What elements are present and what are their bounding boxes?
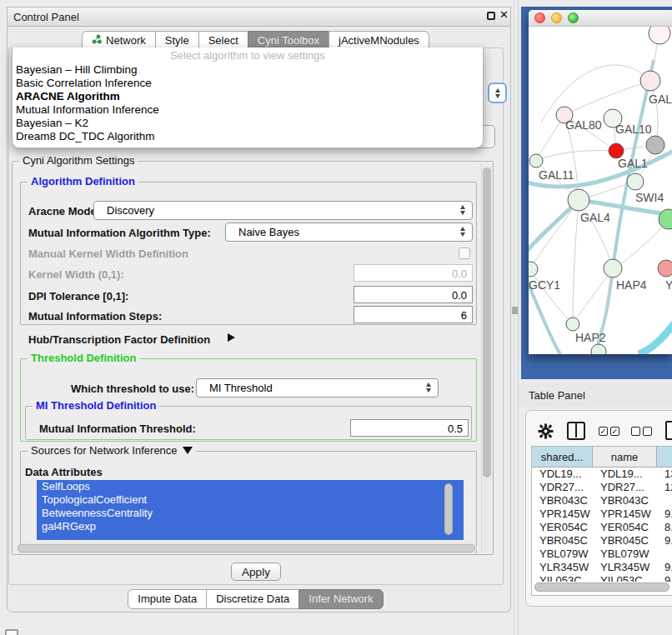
network-edge[interactable] [564, 81, 650, 115]
network-view-titlebar[interactable] [529, 10, 672, 27]
column-header-partial[interactable]: A [657, 447, 672, 467]
algorithm-list-item[interactable]: Dream8 DC_TDC Algorithm [13, 130, 483, 143]
network-node-hap2[interactable] [566, 318, 579, 331]
node-label: SWI4 [635, 191, 664, 204]
tab-discretize-data[interactable]: Discretize Data [206, 589, 299, 609]
network-node[interactable] [649, 27, 670, 44]
attribute-list-item[interactable] [37, 533, 464, 540]
mi-steps-label: Mutual Information Steps: [28, 310, 162, 322]
table-cell: YDR27... [532, 481, 593, 494]
table-row[interactable]: YBR045CYBR045C9. [532, 534, 672, 548]
table-cell: YBR043C [532, 494, 593, 508]
attribute-list-item[interactable]: gal4RGexp [37, 520, 464, 533]
stepper-up-icon [495, 88, 500, 92]
table-row[interactable]: YER054CYER054C8. [532, 521, 672, 534]
network-edge[interactable] [573, 200, 579, 324]
table-header-row: shared... name A [532, 447, 672, 468]
network-edge[interactable] [530, 269, 573, 324]
network-node-hap4[interactable] [604, 259, 622, 278]
float-window-icon[interactable] [487, 12, 495, 20]
minimize-traffic-light-icon[interactable] [551, 12, 562, 23]
mutual-information-threshold-field[interactable]: 0.5 [350, 419, 469, 437]
sources-group-title[interactable]: Sources for Network Inference [28, 444, 196, 457]
algorithm-dropdown-popup: Select algorithm to view settings Bayesi… [12, 48, 484, 148]
network-graph-icon [92, 34, 102, 47]
network-node-gal4[interactable] [568, 189, 589, 211]
select-all-columns-icon[interactable]: ✓✓ [599, 427, 619, 436]
column-header-name[interactable]: name [593, 447, 657, 467]
network-node-gcy1[interactable] [529, 262, 538, 277]
tab-impute-data-label: Impute Data [138, 592, 197, 605]
table-row[interactable]: YBL079WYBL079W [532, 548, 672, 561]
algorithm-list-item[interactable]: Bayesian – Hill Climbing [13, 63, 483, 77]
manual-kernel-width-checkbox[interactable] [459, 248, 470, 259]
network-edge[interactable] [530, 200, 579, 269]
table-row[interactable]: YDR27...YDR27...12 [532, 481, 672, 494]
table-row[interactable]: YBR043CYBR043C [532, 494, 672, 508]
table-cell: 8. [657, 521, 672, 534]
table-row[interactable]: YPR145WYPR145W9. [532, 508, 672, 521]
apply-button[interactable]: Apply [231, 562, 281, 581]
split-columns-icon[interactable] [567, 422, 585, 440]
tab-impute-data[interactable]: Impute Data [128, 589, 207, 609]
mi-algorithm-type-combobox[interactable]: Naive Bayes [225, 222, 473, 242]
hub-definition-expander-label[interactable]: Hub/Transcription Factor Definition [28, 333, 210, 346]
close-icon[interactable]: ✕ [499, 8, 509, 21]
table-row[interactable]: YIL053CYIL053C9. [532, 574, 672, 582]
dpi-tolerance-field[interactable]: 0.0 [354, 286, 473, 303]
network-node-gal[interactable] [640, 71, 660, 91]
document-icon[interactable] [665, 421, 672, 440]
mi-steps-field[interactable]: 6 [354, 306, 473, 323]
algorithm-list-item[interactable]: Mutual Information Inference [13, 103, 483, 117]
combo-arrows-icon [426, 382, 431, 392]
attribute-list-item[interactable]: SelfLoops [37, 480, 464, 493]
table-cell: YER054C [593, 521, 657, 534]
table-cell: YIL053C [532, 574, 593, 582]
column-header-shared-name[interactable]: shared... [532, 447, 593, 467]
network-node-y[interactable] [658, 260, 672, 277]
network-canvas[interactable]: GALGAL80GAL10GAL1GAL11SWI4GAL4GCY1HAP4YH… [529, 27, 672, 354]
close-traffic-light-icon[interactable] [534, 12, 545, 23]
kernel-width-field[interactable]: 0.0 [354, 264, 473, 282]
aracne-mode-label: Aracne Mode: [28, 205, 100, 218]
algorithm-list-item[interactable]: ARACNE Algorithm [13, 90, 483, 103]
tab-infer-network[interactable]: Infer Network [298, 589, 383, 609]
attribute-list-item[interactable]: BetweennessCentrality [37, 507, 464, 520]
algorithm-list-item[interactable]: Basic Correlation Inference [13, 77, 483, 90]
node-table: shared... name A YDL19...YDL19...13YDR27… [531, 446, 672, 596]
horizontal-scrollbar-thumb[interactable] [18, 544, 475, 552]
network-edge[interactable] [639, 320, 672, 354]
node-label: GAL10 [615, 122, 652, 136]
splitter-handle[interactable] [512, 307, 518, 314]
algorithm-definition-title: Algorithm Definition [28, 175, 138, 188]
expander-right-icon[interactable] [228, 333, 235, 342]
control-panel-title: Control Panel [13, 11, 79, 23]
deselect-all-columns-icon[interactable] [631, 427, 652, 436]
table-hscrollbar-thumb[interactable] [534, 582, 669, 592]
table-panel-title: Table Panel [529, 389, 585, 402]
data-attributes-list[interactable]: SelfLoopsTopologicalCoefficientBetweenne… [37, 480, 464, 540]
network-node[interactable] [591, 344, 606, 354]
algorithm-combo-stepper[interactable] [488, 82, 507, 103]
table-row[interactable]: YLR345WYLR345W9. [532, 561, 672, 574]
network-node[interactable] [646, 136, 664, 154]
mutual-information-threshold-label: Mutual Information Threshold: [39, 422, 196, 435]
gear-icon[interactable] [538, 423, 554, 442]
collapsed-panel-icon[interactable] [5, 629, 18, 635]
aracne-mode-combobox[interactable]: Discovery [93, 201, 473, 220]
table-cell: YLR345W [532, 561, 593, 574]
zoom-traffic-light-icon[interactable] [568, 12, 579, 23]
network-node-gal11[interactable] [529, 154, 543, 168]
network-node-swi4[interactable] [627, 173, 644, 190]
splitter-divider-2[interactable] [518, 0, 519, 635]
network-edge[interactable] [536, 151, 616, 161]
tab-infer-network-label: Infer Network [308, 592, 373, 605]
splitter-divider[interactable] [514, 0, 514, 635]
algorithm-list-item[interactable]: Bayesian – K2 [13, 117, 483, 130]
list-scrollbar-thumb[interactable] [444, 483, 453, 535]
settings-scrollbar-thumb[interactable] [483, 168, 491, 478]
kernel-width-label: Kernel Width (0,1): [28, 268, 124, 281]
which-threshold-combobox[interactable]: MI Threshold [196, 378, 439, 398]
attribute-list-item[interactable]: TopologicalCoefficient [37, 493, 464, 507]
table-row[interactable]: YDL19...YDL19...13 [532, 468, 672, 481]
